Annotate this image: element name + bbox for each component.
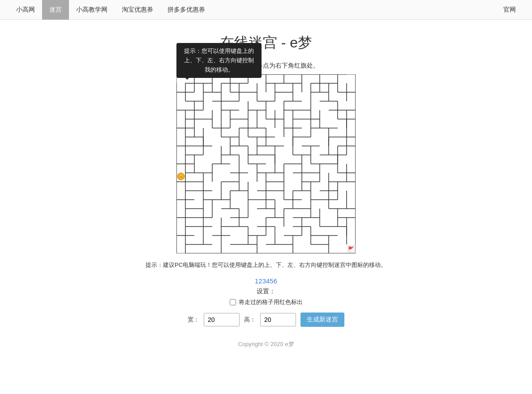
tooltip-box: 提示：您可以使用键盘上的 上、下、左、右方向键控制 我的移动。 [176,43,262,78]
nav-item-maze[interactable]: 迷宫 [42,0,69,20]
width-label: 宽： [188,316,199,324]
svg-text:🚩: 🚩 [348,246,354,252]
generate-button[interactable]: 生成新迷宫 [300,313,344,327]
width-input[interactable] [204,313,240,326]
nav-item-school[interactable]: 小高教学网 [69,0,115,20]
svg-text:😊: 😊 [178,174,184,180]
nav-item-home[interactable]: 小高网 [9,0,42,20]
size-row: 宽： 高： 生成新迷宫 [188,313,344,327]
maze-wrapper: 提示：您可以使用键盘上的 上、下、左、右方向键控制 我的移动。 [176,74,356,255]
nav-item-official[interactable]: 官网 [496,0,523,20]
highlight-label: 将走过的格子用红色标出 [239,298,303,306]
maze-canvas[interactable]: 😊 🚩 [176,74,356,253]
settings-label: 设置： [257,287,275,296]
nav-item-taobao[interactable]: 淘宝优惠券 [115,0,160,20]
footer: Copyright © 2020 e梦 [238,340,294,348]
height-label: 高： [244,316,256,324]
nav-item-pinduoduo[interactable]: 拼多多优惠券 [160,0,212,20]
navigation: 小高网 迷宫 小高教学网 淘宝优惠券 拼多多优惠券 官网 [0,0,532,20]
checkbox-row: 将走过的格子用红色标出 [230,298,303,306]
main-content: 在线迷宫 - e梦 从左上角出发，终点为右下角红旗处。 提示：您可以使用键盘上的… [0,20,532,357]
highlight-checkbox[interactable] [230,299,236,305]
height-input[interactable] [260,313,296,326]
bottom-hint: 提示：建议PC电脑端玩！您可以使用键盘上的上、下、左、右方向键控制迷宫中图标的移… [146,261,386,269]
score-display: 123456 [255,277,277,285]
